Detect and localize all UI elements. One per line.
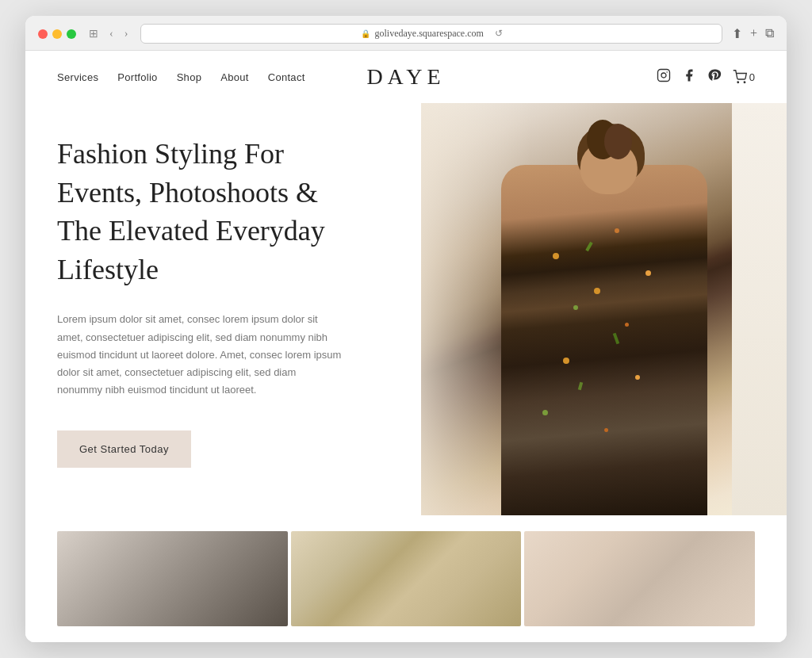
- hero-heading: Fashion Styling For Events, Photoshoots …: [57, 135, 343, 289]
- cart-count: 0: [749, 71, 755, 83]
- cart-indicator[interactable]: 0: [733, 70, 755, 84]
- browser-actions: ⬆ + ⧉: [732, 26, 774, 41]
- instagram-icon[interactable]: [657, 68, 671, 86]
- nav-shop-link[interactable]: Shop: [177, 71, 202, 83]
- lock-icon: 🔒: [361, 29, 370, 38]
- nav-contact-link[interactable]: Contact: [268, 71, 305, 83]
- main-nav: Services Portfolio Shop About Contact DA…: [25, 51, 787, 103]
- address-bar[interactable]: 🔒 golivedaye.squarespace.com ↺: [140, 24, 722, 44]
- gallery-section: [25, 515, 787, 642]
- nav-about-link[interactable]: About: [220, 71, 248, 83]
- nav-center: DAYE: [366, 64, 445, 90]
- svg-point-1: [661, 73, 666, 78]
- website: Services Portfolio Shop About Contact DA…: [25, 51, 787, 642]
- nav-left: Services Portfolio Shop About Contact: [57, 71, 305, 83]
- pinterest-icon[interactable]: [707, 68, 722, 86]
- hero-image: [421, 103, 787, 515]
- svg-point-4: [744, 82, 745, 83]
- brand-logo[interactable]: DAYE: [366, 64, 445, 89]
- browser-window: ⊞ ‹ › 🔒 golivedaye.squarespace.com ↺ ⬆ +…: [25, 16, 787, 642]
- fullscreen-button[interactable]: [67, 29, 76, 39]
- traffic-lights: [38, 29, 76, 39]
- cart-icon: [733, 70, 747, 84]
- add-tab-icon[interactable]: +: [750, 26, 757, 41]
- url-text: golivedaye.squarespace.com: [375, 28, 484, 40]
- nav-portfolio-link[interactable]: Portfolio: [117, 71, 157, 83]
- copy-tab-icon[interactable]: ⧉: [765, 26, 774, 41]
- back-button[interactable]: ‹: [106, 26, 117, 42]
- forward-button[interactable]: ›: [121, 26, 132, 42]
- hero-body-text: Lorem ipsum dolor sit amet, consec lorem…: [57, 311, 343, 398]
- hero-photo-bg: [421, 103, 787, 515]
- hero-section: Fashion Styling For Events, Photoshoots …: [25, 103, 787, 515]
- svg-point-3: [737, 82, 739, 83]
- nav-right: 0: [657, 68, 755, 86]
- cta-button[interactable]: Get Started Today: [57, 430, 191, 468]
- nav-services-link[interactable]: Services: [57, 71, 98, 83]
- svg-point-2: [666, 71, 668, 73]
- close-button[interactable]: [38, 29, 48, 39]
- gallery-item-1: [57, 531, 288, 626]
- hero-left: Fashion Styling For Events, Photoshoots …: [25, 103, 421, 515]
- share-icon[interactable]: ⬆: [732, 26, 742, 41]
- minimize-button[interactable]: [52, 29, 62, 39]
- svg-rect-0: [657, 70, 669, 82]
- browser-controls: ⊞ ‹ ›: [86, 25, 131, 42]
- gallery-item-3: [524, 531, 755, 626]
- sidebar-toggle-icon[interactable]: ⊞: [86, 25, 102, 42]
- refresh-icon[interactable]: ↺: [495, 28, 503, 40]
- gallery-item-2: [291, 531, 522, 626]
- facebook-icon[interactable]: [682, 68, 696, 86]
- browser-chrome: ⊞ ‹ › 🔒 golivedaye.squarespace.com ↺ ⬆ +…: [25, 16, 787, 51]
